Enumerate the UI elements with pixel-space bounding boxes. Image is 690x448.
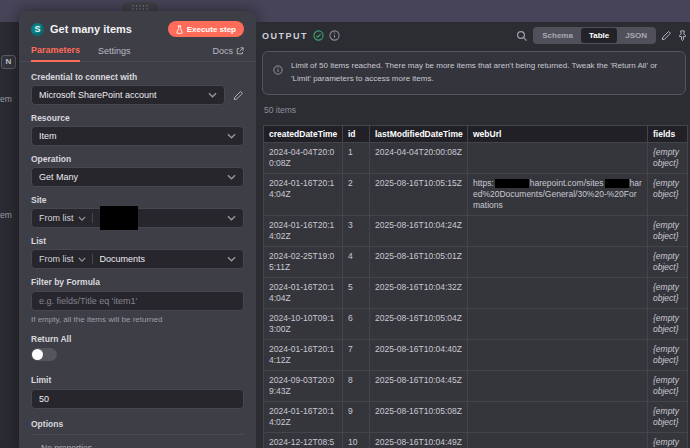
cell-createdDateTime: 2024-04-04T20:00:08Z [264,142,343,173]
cell-webUrl [468,278,648,309]
info-circle-icon [273,65,283,75]
search-icon[interactable] [516,30,528,42]
table-row: 2024-01-16T20:14:04Z22025-08-16T10:05:15… [264,173,688,215]
cell-lastModifiedDateTime: 2025-08-16T10:05:08Z [370,402,468,433]
docs-link[interactable]: Docs [212,46,244,61]
limit-input[interactable] [31,389,244,409]
node-settings-body: S Get many items Execute step Parameters… [19,11,256,448]
filter-input[interactable] [31,291,244,311]
pin-icon [677,30,688,41]
execute-step-button[interactable]: Execute step [168,21,244,37]
cell-id: 3 [343,215,370,246]
site-mode-value: From list [39,213,74,223]
chevron-down-icon [227,215,236,221]
limit-label: Limit [31,375,244,385]
cell-createdDateTime: 2024-01-16T20:14:02Z [264,215,343,246]
weburl-redaction [605,179,629,188]
tab-settings[interactable]: Settings [98,46,131,61]
operation-label: Operation [31,154,244,164]
credential-select[interactable]: Microsoft SharePoint account [31,85,225,105]
cell-lastModifiedDateTime: 2024-04-04T20:00:08Z [370,142,468,173]
limit-notice-banner: Limit of 50 items reached. There may be … [262,51,686,95]
resource-value: Item [39,131,227,141]
node-title: Get many items [50,23,162,35]
cell-fields: {empty object} [648,278,688,309]
credential-row: Microsoft SharePoint account [31,85,244,105]
return-all-label: Return All [31,334,244,344]
table-row: 2024-02-25T19:05:11Z42025-08-16T10:05:01… [264,246,688,277]
operation-value: Get Many [39,172,227,182]
resource-label: Resource [31,113,244,123]
cell-createdDateTime: 2024-01-16T20:14:12Z [264,340,343,371]
resource-select[interactable]: Item [31,126,244,146]
filter-label: Filter by Formula [31,277,244,287]
edit-credential-button[interactable] [233,90,244,101]
view-mode-switcher: SchemaTableJSON [533,27,656,44]
cell-createdDateTime: 2024-01-16T20:14:02Z [264,402,343,433]
external-link-icon [236,47,244,55]
weburl-redaction [495,179,529,188]
credential-label: Credential to connect with [31,72,244,82]
table-row: 2024-01-16T20:14:02Z32025-08-16T10:04:24… [264,215,688,246]
cell-lastModifiedDateTime: 2025-08-16T10:04:32Z [370,278,468,309]
cell-webUrl [468,309,648,340]
parameters-form: Credential to connect with Microsoft Sha… [19,62,256,448]
run-info-icon[interactable] [329,30,340,41]
cell-lastModifiedDateTime: 2025-08-16T10:04:45Z [370,371,468,402]
table-row: 2024-01-16T20:14:12Z72025-08-16T10:04:40… [264,340,688,371]
list-select[interactable]: From list Documents [31,249,244,269]
background-badge-fragment: N [1,55,16,69]
cell-createdDateTime: 2024-10-10T09:13:00Z [264,309,343,340]
chevron-down-icon [227,256,236,262]
view-mode-json[interactable]: JSON [617,28,655,43]
cell-id: 5 [343,278,370,309]
return-all-toggle[interactable] [31,348,57,361]
cell-createdDateTime: 2024-01-16T20:14:04Z [264,278,343,309]
tab-parameters[interactable]: Parameters [31,45,80,62]
column-header-id: id [343,125,370,142]
cell-webUrl [468,142,648,173]
output-panel: OUTPUT SchemaTableJSON [256,22,690,448]
cell-fields: {empty object} [648,371,688,402]
cell-fields: {empty object} [648,142,688,173]
flask-icon [176,25,183,34]
chevron-down-icon [227,133,236,139]
cell-id: 7 [343,340,370,371]
pin-data-button[interactable] [677,30,688,41]
operation-select[interactable]: Get Many [31,167,244,187]
items-count: 50 items [264,105,690,115]
view-mode-table[interactable]: Table [581,28,617,43]
cell-webUrl [468,402,648,433]
app-screen: N em em S Get many items Execute step [0,0,690,448]
filter-hint: If empty, all the items will be returned [31,315,244,324]
cell-fields: {empty object} [648,309,688,340]
edit-output-button[interactable] [661,30,672,41]
sharepoint-node-icon: S [31,23,44,36]
output-header: OUTPUT SchemaTableJSON [262,22,690,49]
site-label: Site [31,195,244,205]
options-label: Options [31,419,244,429]
cell-id: 4 [343,246,370,277]
options-divider [31,434,244,435]
node-tabs: Parameters Settings Docs [19,41,256,62]
drag-dots-icon [132,5,148,10]
docs-link-label: Docs [212,46,233,56]
site-mode-select[interactable]: From list [39,213,93,223]
output-table: createdDateTimeidlastModifiedDateTimeweb… [263,125,688,448]
table-row: 2024-12-12T08:53:36Z102025-08-16T10:04:4… [264,433,688,448]
list-value: Documents [100,254,228,264]
cell-fields: {empty object} [648,246,688,277]
cell-id: 1 [343,142,370,173]
cell-lastModifiedDateTime: 2025-08-16T10:04:40Z [370,340,468,371]
weburl-text-segment: https: [473,178,494,188]
cell-webUrl [468,215,648,246]
cell-webUrl [468,246,648,277]
cell-id: 6 [343,309,370,340]
list-mode-select[interactable]: From list [39,254,93,264]
success-check-icon [313,30,324,41]
site-select[interactable]: From list [31,208,244,228]
list-mode-value: From list [39,254,74,264]
cell-fields: {empty object} [648,215,688,246]
view-mode-schema[interactable]: Schema [534,28,581,43]
background-text-fragment: em [0,94,12,104]
